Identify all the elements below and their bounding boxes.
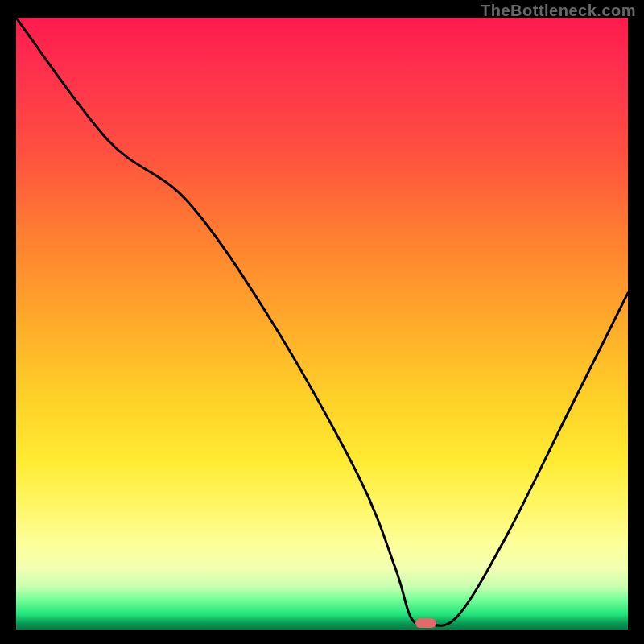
optimal-marker (415, 618, 436, 628)
bottleneck-curve (16, 18, 628, 630)
plot-area (16, 18, 628, 630)
chart-frame: TheBottleneck.com (0, 0, 644, 644)
watermark-text: TheBottleneck.com (481, 2, 636, 20)
